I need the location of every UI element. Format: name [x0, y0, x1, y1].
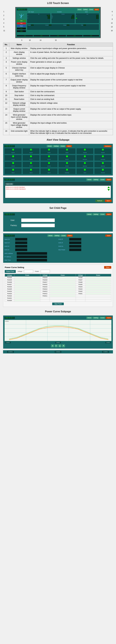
grid-conn-light	[76, 18, 77, 19]
settings-nav-home[interactable]: Home	[47, 234, 53, 237]
curve-nav-setting[interactable]: Setting	[93, 317, 99, 319]
detail-nav-alarm[interactable]: Alarm	[106, 178, 111, 181]
hist-alarm-btn[interactable]: HistAlarm	[104, 145, 111, 147]
point2-input[interactable]	[86, 291, 111, 292]
point25-input[interactable]	[15, 288, 40, 290]
point1-input[interactable]	[86, 293, 111, 294]
section-power-curve-subpage: Power Curve Subpage 2019-03-15 7 Home Se…	[0, 308, 116, 354]
max-power-field[interactable]	[69, 248, 81, 251]
point27-input[interactable]	[15, 284, 40, 285]
left-arrow-icon	[52, 345, 53, 346]
alert-item: StopTimer	[94, 162, 111, 168]
point5-input[interactable]	[86, 284, 111, 285]
point15-input[interactable]	[50, 286, 75, 288]
grid-of-field[interactable]	[69, 238, 81, 241]
alarm-detail-btns: Refresh Back	[5, 200, 111, 202]
set-child-nav-alarm[interactable]: Alarm	[106, 213, 111, 216]
input-uv-field[interactable]	[15, 242, 27, 244]
point28-input[interactable]	[15, 282, 40, 283]
point19-input[interactable]	[50, 277, 75, 278]
point12-input[interactable]	[50, 293, 75, 294]
point23-input[interactable]	[15, 293, 40, 294]
grid-on-field[interactable]	[69, 245, 81, 248]
input-ov-field[interactable]	[15, 238, 27, 241]
point11-input[interactable]	[50, 295, 75, 297]
alert-label-22: something	[65, 172, 69, 173]
aws-address-field[interactable]	[17, 252, 47, 255]
curve-nav-home[interactable]: Home	[86, 317, 92, 319]
set-child-nav-setting[interactable]: Setting	[93, 213, 99, 216]
user-field-row: User:	[11, 218, 105, 222]
curve-nav-up[interactable]	[58, 344, 61, 347]
factory-input[interactable]	[21, 224, 55, 227]
alert-item: DCOV2	[40, 155, 58, 161]
detail-nav-curve[interactable]: Curve	[99, 178, 105, 181]
grid-ov-field[interactable]	[15, 245, 27, 248]
settings-nav-alarm[interactable]: Alarm	[67, 234, 73, 237]
curve-x-axis-labels: 0.0kW/s 0.0kW/s 0.0kW/s	[3, 350, 113, 354]
point16-input[interactable]	[50, 284, 75, 285]
point17-input[interactable]	[50, 282, 75, 283]
point8-input[interactable]	[86, 277, 111, 278]
nav-btn-home[interactable]: Home	[77, 8, 82, 10]
curve-nav-right[interactable]	[55, 344, 58, 347]
alert-nav-curve[interactable]: Curve	[60, 145, 66, 147]
point20-input[interactable]	[15, 300, 40, 301]
rated-voltage-input[interactable]	[24, 270, 33, 273]
ann-num-9: 9	[21, 40, 22, 41]
set-child-nav-home[interactable]: Home	[86, 213, 92, 216]
point21-input[interactable]	[15, 298, 40, 299]
detail-nav-home[interactable]: Home	[86, 178, 92, 181]
set-child-nav-curve[interactable]: Curve	[99, 213, 105, 216]
nav-btn-setting[interactable]: Setting	[83, 8, 88, 10]
settings-input-ov: Input OV	[5, 238, 58, 241]
detail-nav-setting[interactable]: Setting	[93, 178, 99, 181]
start-btn[interactable]: Start	[17, 20, 26, 22]
alert-nav-alarm[interactable]: Alarm	[66, 145, 72, 147]
point14-input[interactable]	[50, 288, 75, 290]
dc-input-label: DC Input	[28, 11, 34, 13]
dc-current: 0.0A	[48, 16, 50, 18]
ann-num-10: 10	[29, 40, 31, 41]
pcs-save-btn[interactable]: Save	[104, 266, 111, 269]
alert-nav-home[interactable]: Home	[47, 145, 53, 147]
scroll-up-arrow[interactable]	[107, 186, 110, 188]
point13-input[interactable]	[50, 291, 75, 292]
curve-nav-curve[interactable]: Curve	[99, 317, 105, 319]
ip-address-field[interactable]	[17, 256, 47, 258]
point7-input[interactable]	[86, 279, 111, 281]
point30-input[interactable]	[15, 277, 40, 278]
point24-input[interactable]	[15, 291, 40, 292]
reset-btn[interactable]: Reset	[17, 25, 26, 27]
nav-btn-alarm[interactable]: Alarm	[94, 8, 99, 10]
point26-input[interactable]	[15, 286, 40, 288]
stop-btn[interactable]: Stop	[17, 22, 26, 24]
settings-grid-on-label: Grid On	[58, 246, 68, 247]
point6-input[interactable]	[86, 282, 111, 283]
alert-nav-setting[interactable]: Setting	[53, 145, 59, 147]
grid-uv-field[interactable]	[15, 248, 27, 251]
curve-nav-alarm[interactable]: Alarm	[106, 317, 111, 319]
point3-input[interactable]	[86, 288, 111, 290]
point18-input[interactable]	[50, 279, 75, 281]
grid-uf-field[interactable]	[69, 242, 81, 244]
user-input[interactable]	[21, 218, 55, 222]
rated-voltage-label: Voltage	[18, 271, 22, 272]
scroll-down-arrow[interactable]	[107, 189, 110, 191]
start-point-btn[interactable]: Start Point	[52, 302, 64, 305]
nav-btn-curve[interactable]: Curve	[89, 8, 94, 10]
settings-save-btn[interactable]: Save	[105, 234, 111, 237]
refresh-btn[interactable]: Refresh	[95, 200, 104, 202]
curve-nav-down[interactable]	[62, 344, 65, 347]
settings-nav-curve[interactable]: Curve	[61, 234, 66, 237]
point4-input[interactable]	[86, 286, 111, 288]
point22-input[interactable]	[15, 295, 40, 297]
back-btn[interactable]: Back	[105, 200, 111, 202]
curve-nav-left[interactable]	[51, 344, 54, 347]
settings-nav-setting[interactable]: Setting	[54, 234, 60, 237]
alert-light-1	[12, 149, 14, 150]
ann-num-14: 14	[40, 40, 41, 41]
point29-input[interactable]	[15, 279, 40, 281]
rated-power-input[interactable]	[41, 270, 50, 273]
start-time-field[interactable]	[17, 259, 47, 262]
